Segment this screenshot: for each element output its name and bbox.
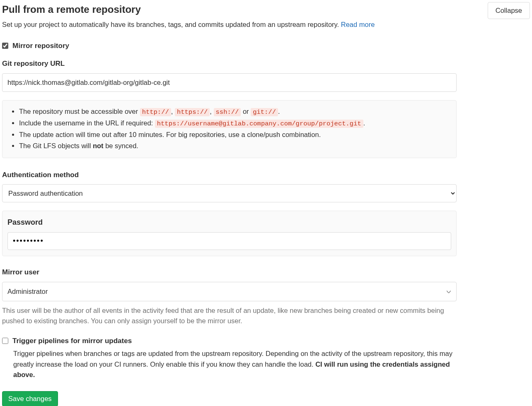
page-description-text: Set up your project to automatically hav…: [2, 21, 341, 28]
git-url-input[interactable]: [2, 73, 457, 92]
read-more-link[interactable]: Read more: [341, 21, 375, 28]
info-bullet-protocols: The repository must be accessible over h…: [19, 106, 449, 117]
mirror-user-help: This user will be the author of all even…: [2, 305, 457, 327]
mirror-user-selected-value: Administrator: [7, 286, 48, 297]
mirror-repository-label: Mirror repository: [12, 41, 69, 51]
collapse-button[interactable]: Collapse: [488, 2, 530, 19]
page-title: Pull from a remote repository: [2, 2, 375, 17]
code-ssh: ssh://: [214, 108, 241, 116]
url-info-box: The repository must be accessible over h…: [2, 100, 457, 158]
trigger-pipelines-checkbox[interactable]: [2, 338, 8, 344]
info-bullet-timeout: The update action will time out after 10…: [19, 130, 449, 140]
auth-method-label: Authentication method: [2, 170, 530, 180]
code-git: git://: [251, 108, 278, 116]
mirror-user-select[interactable]: Administrator: [2, 282, 457, 301]
code-https: https://: [175, 108, 210, 116]
trigger-pipelines-description: Trigger pipelines when branches or tags …: [13, 348, 452, 380]
page-description: Set up your project to automatically hav…: [2, 19, 375, 30]
auth-method-select[interactable]: Password authentication: [2, 184, 457, 202]
mirror-user-label: Mirror user: [2, 267, 530, 278]
password-input[interactable]: [7, 232, 451, 250]
save-changes-button[interactable]: Save changes: [2, 391, 58, 406]
trigger-pipelines-label: Trigger pipelines for mirror updates: [12, 336, 132, 346]
mirror-repository-checkbox[interactable]: [2, 43, 8, 49]
code-http: http://: [140, 108, 171, 116]
password-label: Password: [7, 217, 451, 228]
info-bullet-lfs: The Git LFS objects will not be synced.: [19, 141, 449, 151]
code-example-url: https://username@gitlab.company.com/grou…: [155, 120, 363, 128]
info-bullet-username: Include the username in the URL if requi…: [19, 118, 449, 129]
password-panel: Password: [2, 211, 457, 256]
git-url-label: Git repository URL: [2, 58, 530, 69]
